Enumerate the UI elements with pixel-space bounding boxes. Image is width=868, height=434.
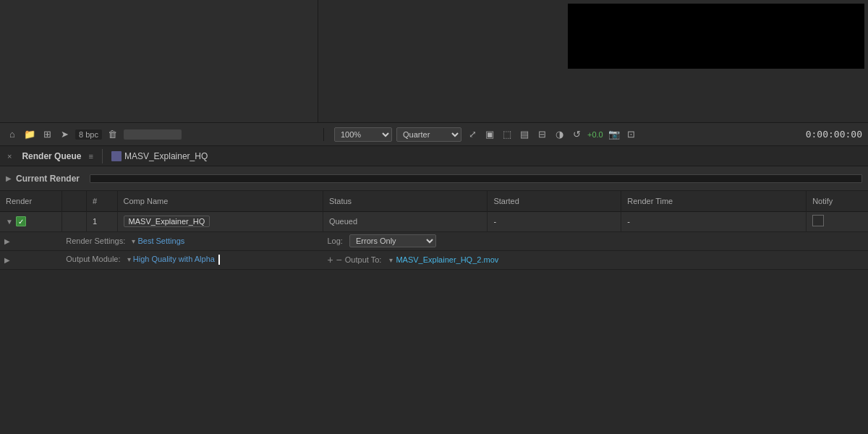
render-settings-label: Render Settings:	[66, 237, 125, 245]
header-tag	[61, 191, 86, 211]
channel-icon[interactable]: ▤	[518, 128, 531, 141]
number-cell: 1	[86, 211, 117, 231]
log-select[interactable]: Errors Only	[349, 234, 436, 247]
render-settings-row: ▶ Render Settings: ▾ Best Settings Log: …	[0, 231, 868, 250]
status-value: Queued	[329, 217, 357, 226]
render-queue-tab[interactable]: Render Queue	[17, 150, 85, 163]
remove-output-button[interactable]: −	[336, 254, 342, 265]
trash-icon[interactable]: 🗑	[106, 128, 119, 141]
om-dropdown-arrow[interactable]: ▾	[127, 255, 131, 263]
render-settings-value[interactable]: Best Settings	[137, 237, 184, 245]
current-render-label: Current Render	[16, 174, 80, 184]
rs-empty-cell	[621, 231, 868, 250]
render-checkbox[interactable]: ✓	[16, 216, 26, 226]
om-label-cell: Output Module: ▾ High Quality with Alpha	[61, 250, 323, 269]
current-render-bar: ▶ Current Render	[0, 166, 868, 191]
rs-label-cell: Render Settings: ▾ Best Settings	[61, 231, 323, 250]
send-icon[interactable]: ➤	[58, 128, 71, 141]
render-icon[interactable]: ⊡	[625, 128, 638, 141]
folder-icon[interactable]: 📁	[23, 128, 36, 141]
preview-panel	[568, 4, 864, 69]
tag-cell	[61, 211, 86, 231]
table-header-row: Render # Comp Name Status Started Render…	[0, 191, 868, 211]
comp-tab[interactable]: MASV_Explainer_HQ	[111, 151, 208, 161]
om-expand-cell: ▶	[0, 250, 61, 269]
output-module-row: ▶ Output Module: ▾ High Quality with Alp…	[0, 250, 868, 269]
home-icon[interactable]: ⌂	[6, 128, 19, 141]
status-cell: Queued	[323, 211, 487, 231]
comp-tab-label: MASV_Explainer_HQ	[124, 151, 208, 161]
started-cell: -	[488, 211, 621, 231]
fit-icon[interactable]: ⤢	[466, 128, 479, 141]
timecode-display: 0:00:00:00	[806, 129, 862, 140]
header-render-time: Render Time	[621, 191, 807, 211]
quality-select[interactable]: Quarter	[396, 127, 461, 142]
rs-expand-cell: ▶	[0, 231, 61, 250]
render-cell: ▼ ✓	[0, 211, 61, 231]
alpha-icon[interactable]: ▣	[483, 128, 496, 141]
log-label: Log:	[327, 237, 342, 245]
grid-icon[interactable]: ⊞	[41, 128, 54, 141]
output-module-value[interactable]: High Quality with Alpha	[133, 255, 215, 263]
header-render: Render	[0, 191, 61, 211]
progress-bar	[124, 129, 182, 140]
add-output-button[interactable]: +	[327, 254, 333, 265]
output-file-value[interactable]: MASV_Explainer_HQ_2.mov	[396, 255, 498, 264]
output-to-label: Output To:	[345, 255, 382, 264]
om-expand-arrow[interactable]: ▶	[4, 256, 10, 264]
empty-area	[0, 270, 868, 435]
render-time-cell: -	[621, 211, 807, 231]
render-progress-bar	[90, 174, 862, 183]
rs-log-cell: Log: Errors Only	[323, 231, 621, 250]
header-started: Started	[488, 191, 621, 211]
tab-menu-icon[interactable]: ≡	[88, 152, 93, 161]
current-render-expand[interactable]: ▶	[6, 174, 12, 182]
header-number: #	[86, 191, 117, 211]
compare-icon[interactable]: ⊟	[535, 128, 548, 141]
bpc-label[interactable]: 8 bpc	[75, 129, 102, 140]
table-row: ▼ ✓ 1 MASV_Explainer_HQ Queued - -	[0, 211, 868, 231]
cursor	[218, 255, 220, 265]
rs-dropdown-arrow[interactable]: ▾	[132, 237, 135, 245]
header-comp-name: Comp Name	[117, 191, 323, 211]
comp-name-badge: MASV_Explainer_HQ	[124, 216, 210, 227]
tab-separator	[102, 149, 103, 163]
exposure-value: +0.0	[587, 130, 603, 139]
zoom-select[interactable]: 100%	[334, 127, 392, 142]
header-status: Status	[323, 191, 487, 211]
om-empty-cell	[621, 250, 868, 269]
rs-expand-arrow[interactable]: ▶	[4, 237, 10, 245]
output-controls: + − Output To: ▾ MASV_Explainer_HQ_2.mov	[327, 254, 616, 265]
close-tab-button[interactable]: ×	[4, 150, 14, 162]
notify-cell	[807, 211, 868, 231]
header-notify: Notify	[807, 191, 868, 211]
notify-checkbox[interactable]	[812, 215, 824, 226]
output-dropdown-arrow[interactable]: ▾	[389, 256, 393, 264]
om-output-cell: + − Output To: ▾ MASV_Explainer_HQ_2.mov	[323, 250, 621, 269]
row-expand-arrow[interactable]: ▼	[6, 218, 13, 226]
refresh-icon[interactable]: ↺	[570, 128, 583, 141]
comp-name-cell: MASV_Explainer_HQ	[117, 211, 323, 231]
color-wheel-icon[interactable]: ◑	[553, 128, 566, 141]
output-module-label: Output Module:	[66, 255, 120, 263]
roi-icon[interactable]: ⬚	[501, 128, 514, 141]
camera-icon[interactable]: 📷	[608, 128, 621, 141]
comp-icon	[111, 151, 122, 161]
